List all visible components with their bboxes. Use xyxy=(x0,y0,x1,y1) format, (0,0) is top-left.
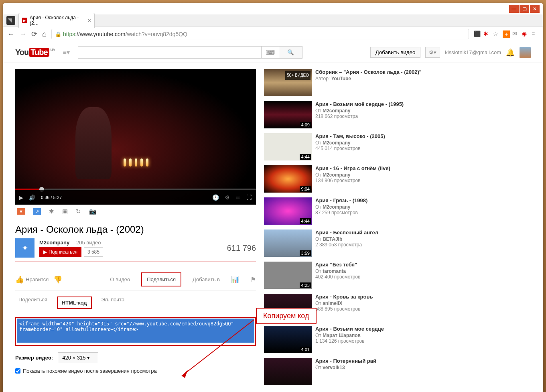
embed-textarea[interactable] xyxy=(17,319,254,343)
search-button[interactable]: 🔍 xyxy=(279,46,302,59)
reload-button[interactable]: ⟳ xyxy=(31,30,37,39)
related-item[interactable]: 4:44Ария - Там, высоко - (2005)От M2comp… xyxy=(264,133,432,160)
related-views: 2 389 053 просмотра xyxy=(315,242,378,248)
related-item[interactable]: 4:44Ария - Грязь - (1998)От M2company87 … xyxy=(264,197,432,225)
forward-button[interactable]: → xyxy=(19,30,26,39)
related-title: Ария - Беспечный ангел xyxy=(315,230,378,236)
theater-icon[interactable]: ▭ xyxy=(235,194,241,201)
show-related-checkbox[interactable] xyxy=(15,368,20,374)
user-email: kisslotnik17@gmail.com xyxy=(445,49,501,55)
bookmark-icon[interactable]: ☆ xyxy=(493,30,500,38)
duration-badge: 4:23 xyxy=(300,282,311,288)
html-code-tab[interactable]: HTML-код xyxy=(57,297,92,309)
fullscreen-icon[interactable]: ⛶ xyxy=(246,194,252,201)
related-thumbnail: 50+ ВИДЕО xyxy=(264,69,312,96)
stats-icon[interactable]: 📊 xyxy=(231,276,239,283)
ext-action-icon[interactable]: ↗ xyxy=(33,208,41,215)
minimize-button[interactable]: — xyxy=(509,5,519,13)
extension-icon[interactable]: ◉ xyxy=(522,30,529,38)
subscribe-button[interactable]: ▶ Подписаться xyxy=(39,247,81,257)
duration-badge: 4:01 xyxy=(300,347,311,352)
main-column: ▶ 🔊 0:36 / 5:27 🕓 ⚙ ▭ ⛶ ▼ ↗ ✱ xyxy=(15,69,256,390)
camera-icon[interactable]: 📷 xyxy=(89,208,97,215)
watch-later-icon[interactable]: 🕓 xyxy=(212,194,219,201)
related-item[interactable]: Ария - Потерянный райОт vervolk13 xyxy=(264,358,432,385)
video-player[interactable]: ▶ 🔊 0:36 / 5:27 🕓 ⚙ ▭ ⛶ xyxy=(15,69,256,205)
related-checkbox-row: Показать похожие видео после завершения … xyxy=(15,368,256,374)
settings-button[interactable]: ⚙▾ xyxy=(425,47,440,58)
home-button[interactable]: ⌂ xyxy=(42,30,47,39)
about-tab[interactable]: О видео xyxy=(110,276,130,282)
share-tab[interactable]: Поделиться xyxy=(141,272,181,286)
keyboard-icon[interactable]: ⌨ xyxy=(262,46,279,59)
related-item[interactable]: 3:59Ария - Беспечный ангелОт BETAJIb2 38… xyxy=(264,230,432,257)
related-author: От animellX xyxy=(315,301,373,306)
related-item[interactable]: 50+ ВИДЕОСборник – "Ария - Осколок льда … xyxy=(264,69,432,96)
notifications-icon[interactable]: 🔔 xyxy=(506,48,515,57)
player-controls: ▶ 🔊 0:36 / 5:27 🕓 ⚙ ▭ ⛶ xyxy=(15,190,256,205)
add-to-tab[interactable]: Добавить в xyxy=(193,276,220,282)
duration-badge: 4:44 xyxy=(300,154,311,160)
close-button[interactable]: ✕ xyxy=(530,5,540,13)
repeat-icon[interactable]: ↻ xyxy=(76,208,81,215)
thumbs-down-icon[interactable]: 👎 xyxy=(53,275,62,284)
related-views: 87 259 просмотров xyxy=(315,210,367,215)
user-avatar[interactable] xyxy=(520,47,531,58)
email-tab[interactable]: Эл. почта xyxy=(101,297,125,309)
youtube-logo[interactable]: YouTubeUA xyxy=(15,48,55,57)
guide-menu-icon[interactable]: ≡▾ xyxy=(63,49,70,56)
extension-icon[interactable]: ⬛ xyxy=(474,30,481,38)
gear-icon[interactable]: ✱ xyxy=(49,208,54,215)
volume-icon[interactable]: 🔊 xyxy=(29,195,35,201)
annotation-callout: Копируем код xyxy=(256,308,317,324)
ext-action-icon[interactable]: ▼ xyxy=(17,208,25,215)
url-scheme: https xyxy=(63,31,75,37)
extension-icons: ⬛ ✱ ☆ + ✉ ◉ ≡ xyxy=(474,30,539,38)
profile-icon[interactable] xyxy=(6,16,15,25)
time-display: 0:36 / 5:27 xyxy=(41,195,62,200)
view-count: 611 796 xyxy=(227,244,256,253)
channel-name[interactable]: M2company xyxy=(39,240,69,246)
divider xyxy=(15,262,256,262)
related-title: Ария - Грязь - (1998) xyxy=(315,197,367,203)
size-select[interactable]: 420 × 315 ▾ xyxy=(58,352,98,363)
maximize-button[interactable]: ▢ xyxy=(520,5,529,13)
subscriber-count: 3 585 xyxy=(84,247,103,257)
light-icon[interactable]: ▣ xyxy=(62,208,68,215)
play-icon[interactable]: ▶ xyxy=(19,195,23,201)
settings-icon[interactable]: ⚙ xyxy=(225,194,230,201)
back-button[interactable]: ← xyxy=(7,30,14,39)
related-item[interactable]: 4:23Ария "Без тебя"От taromanta402 400 п… xyxy=(264,262,432,289)
related-item[interactable]: 9:04Ария - 16 - Игра с огнём (live)От M2… xyxy=(264,165,432,193)
flag-icon[interactable]: ⚑ xyxy=(250,276,256,283)
browser-tab[interactable]: ▶ Ария - Осколок льда - (2… × xyxy=(18,13,95,28)
related-title: Ария - Кровь за кровь xyxy=(315,294,373,300)
related-author: От vervolk13 xyxy=(315,365,376,370)
like-button[interactable]: 👍 Нравится xyxy=(15,275,49,284)
related-author: От BETAJIb xyxy=(315,236,378,242)
mail-icon[interactable]: ✉ xyxy=(512,30,520,38)
upload-button[interactable]: Добавить видео xyxy=(370,47,421,58)
related-thumbnail: 4:44 xyxy=(264,197,312,225)
menu-icon[interactable]: ≡ xyxy=(532,30,539,38)
related-item[interactable]: 4:01Ария - Возьми мое сердцеОт Марат Шар… xyxy=(264,326,432,353)
size-label: Размер видео: xyxy=(15,355,53,361)
youtube-favicon: ▶ xyxy=(22,18,27,23)
channel-avatar[interactable]: ✦ xyxy=(15,238,35,258)
duration-badge: 3:59 xyxy=(300,250,311,256)
search-input[interactable] xyxy=(78,46,262,59)
size-row: Размер видео: 420 × 315 ▾ xyxy=(15,352,256,363)
share-link-tab[interactable]: Поделиться xyxy=(18,297,47,309)
tab-close-icon[interactable]: × xyxy=(88,17,91,24)
related-title: Ария - Потерянный рай xyxy=(315,358,376,364)
extension-icon[interactable]: + xyxy=(503,30,510,38)
address-bar[interactable]: 🔒 https://www.youtube.com/watch?v=ouvq82… xyxy=(51,29,469,39)
extension-icon[interactable]: ✱ xyxy=(483,30,491,38)
related-author: От M2company xyxy=(315,108,404,114)
url-domain: ://www.youtube.com xyxy=(75,31,125,37)
related-author: От taromanta xyxy=(315,268,360,274)
tab-bar: ▶ Ария - Осколок льда - (2… × xyxy=(3,14,543,26)
engagement-row: 👍 Нравится 👎 О видео Поделиться Добавить… xyxy=(15,268,256,291)
related-item[interactable]: 4:09Ария - Возьми моё сердце - (1995)От … xyxy=(264,101,432,128)
related-author: От Марат Шарапов xyxy=(315,333,384,338)
